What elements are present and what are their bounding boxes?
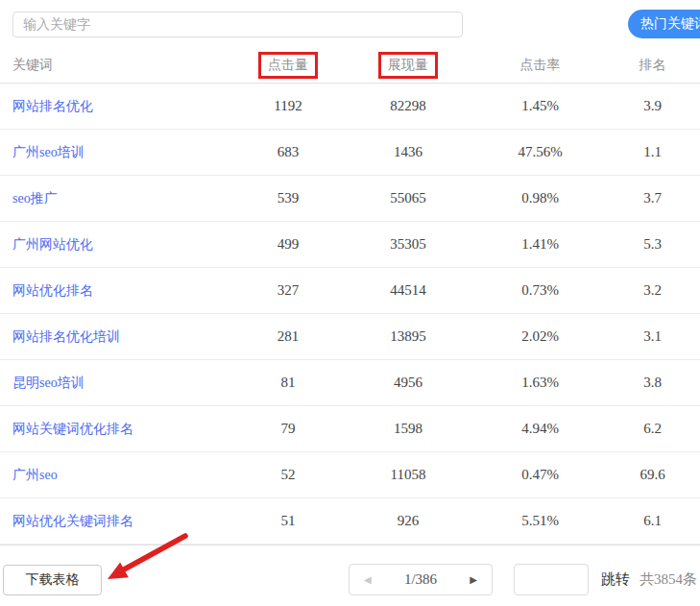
- clicks-value: 499: [235, 236, 341, 253]
- col-header-rank: 排名: [605, 57, 700, 74]
- ctr-value: 0.98%: [475, 190, 605, 206]
- table-row: 广州seo培训 683 1436 47.56% 1.1: [0, 130, 700, 176]
- clicks-value: 327: [235, 282, 341, 299]
- jump-page-input[interactable]: [514, 564, 589, 595]
- clicks-value: 52: [235, 467, 341, 483]
- keyword-link[interactable]: 广州seo培训: [12, 145, 84, 159]
- page-indicator: 1/386: [404, 571, 437, 588]
- next-page-icon[interactable]: ▶: [470, 574, 477, 585]
- hot-keywords-button[interactable]: 热门关键词: [628, 10, 700, 38]
- keyword-link[interactable]: 网站关键词优化排名: [12, 422, 133, 436]
- keyword-link[interactable]: 网站优化关键词排名: [12, 514, 133, 528]
- pagination: ◀ 1/386 ▶: [349, 564, 493, 595]
- clicks-value: 539: [235, 190, 341, 206]
- ctr-value: 1.63%: [475, 375, 605, 391]
- impressions-value: 55065: [341, 190, 475, 206]
- col-header-ctr: 点击率: [475, 57, 605, 74]
- prev-page-icon[interactable]: ◀: [364, 574, 372, 585]
- table-row: 网站优化排名 327 44514 0.73% 3.2: [0, 268, 700, 314]
- clicks-value: 1192: [235, 98, 341, 114]
- col-header-impressions: 展现量: [341, 52, 475, 79]
- impressions-value: 926: [341, 513, 475, 529]
- rank-value: 1.1: [605, 144, 700, 160]
- keyword-link[interactable]: 网站排名优化培训: [12, 329, 120, 344]
- impressions-value: 1598: [341, 421, 475, 437]
- col-header-keyword: 关键词: [0, 57, 235, 74]
- rank-value: 3.8: [605, 375, 700, 391]
- ctr-value: 1.45%: [475, 98, 605, 114]
- impressions-value: 4956: [341, 375, 475, 391]
- ctr-value: 2.02%: [475, 328, 605, 345]
- table-footer: 下载表格 ◀ 1/386 ▶ 跳转 共3854条: [0, 545, 700, 605]
- ctr-value: 0.47%: [475, 467, 605, 483]
- table-row: 网站排名优化 1192 82298 1.45% 3.9: [0, 84, 700, 130]
- clicks-value: 79: [235, 421, 341, 437]
- ctr-value: 4.94%: [475, 421, 605, 437]
- keyword-link[interactable]: 广州seo: [12, 468, 58, 482]
- clicks-value: 281: [235, 328, 341, 345]
- ctr-value: 5.51%: [475, 513, 605, 529]
- table-row: 网站排名优化培训 281 13895 2.02% 3.1: [0, 314, 700, 360]
- keyword-link[interactable]: 昆明seo培训: [12, 376, 84, 390]
- rank-value: 5.3: [605, 236, 700, 253]
- impressions-value: 11058: [341, 467, 475, 483]
- keyword-link[interactable]: seo推广: [12, 191, 58, 206]
- impressions-value: 44514: [341, 282, 475, 299]
- table-header-row: 关键词 点击量 展现量 点击率 排名: [0, 48, 700, 84]
- table-row: 广州网站优化 499 35305 1.41% 5.3: [0, 222, 700, 268]
- keyword-search-input[interactable]: [12, 12, 463, 37]
- rank-value: 6.1: [605, 513, 700, 529]
- topbar: 热门关键词: [0, 0, 700, 48]
- rank-value: 3.7: [605, 190, 700, 206]
- table-row: seo推广 539 55065 0.98% 3.7: [0, 176, 700, 222]
- impressions-value: 13895: [341, 328, 475, 345]
- impressions-value: 35305: [341, 236, 475, 253]
- table-body: 网站排名优化 1192 82298 1.45% 3.9 广州seo培训 683 …: [0, 84, 700, 545]
- table-row: 昆明seo培训 81 4956 1.63% 3.8: [0, 360, 700, 406]
- table-row: 网站优化关键词排名 51 926 5.51% 6.1: [0, 498, 700, 545]
- col-header-clicks: 点击量: [235, 52, 341, 79]
- rank-value: 6.2: [605, 421, 700, 437]
- impressions-value: 1436: [341, 144, 475, 160]
- table-row: 广州seo 52 11058 0.47% 69.6: [0, 452, 700, 498]
- table-row: 网站关键词优化排名 79 1598 4.94% 6.2: [0, 406, 700, 452]
- impressions-value: 82298: [341, 98, 475, 114]
- keyword-link[interactable]: 网站排名优化: [12, 99, 93, 113]
- ctr-value: 47.56%: [475, 144, 605, 160]
- keyword-link[interactable]: 网站优化排名: [12, 283, 93, 298]
- download-table-button[interactable]: 下载表格: [3, 565, 102, 595]
- ctr-value: 1.41%: [475, 236, 605, 253]
- clicks-value: 81: [235, 375, 341, 391]
- keyword-analytics-page: 热门关键词 关键词 点击量 展现量 点击率 排名 网站排名优化 1192 822…: [0, 0, 700, 606]
- clicks-value: 51: [235, 513, 341, 529]
- total-count-label: 共3854条: [640, 570, 697, 589]
- rank-value: 69.6: [605, 467, 700, 483]
- rank-value: 3.9: [605, 98, 700, 114]
- ctr-value: 0.73%: [475, 282, 605, 299]
- annotation-box-clicks: 点击量: [258, 52, 318, 79]
- rank-value: 3.2: [605, 282, 700, 299]
- keyword-link[interactable]: 广州网站优化: [12, 237, 93, 252]
- rank-value: 3.1: [605, 328, 700, 345]
- annotation-box-impressions: 展现量: [378, 52, 438, 79]
- clicks-value: 683: [235, 144, 341, 160]
- jump-button[interactable]: 跳转: [601, 570, 630, 589]
